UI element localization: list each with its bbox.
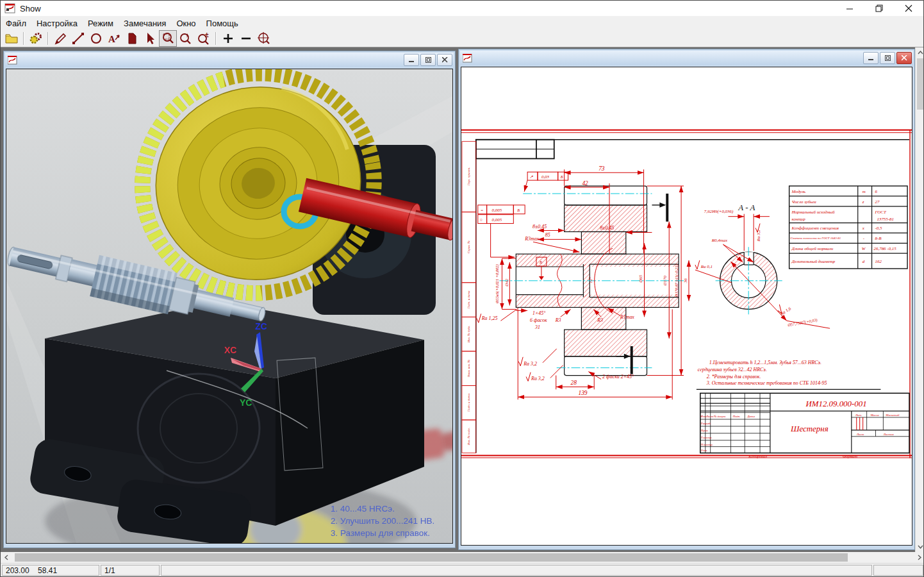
dim-r3b: R3 (597, 317, 603, 323)
fcf-circ-symbol: ○ (480, 217, 483, 222)
dim-ch1: 1×45° (532, 310, 546, 316)
datum-b-label: Б (539, 260, 542, 265)
status-coordinates: 203.00 58.41 (2, 565, 99, 576)
tb-row-utv: Утв. (701, 449, 707, 452)
svg-text:A: A (108, 34, 115, 44)
tb-col-data: Дата (747, 415, 755, 418)
tb-sheet: Лист (856, 433, 864, 436)
vertical-scroll-thumb[interactable] (917, 58, 924, 110)
dim-ch1b: 6 фасок (530, 317, 547, 323)
child-close-button[interactable] (896, 52, 912, 64)
menu-window[interactable]: Окно (171, 17, 201, 29)
section-title: A - A (738, 203, 755, 212)
x-axis-label: XC (224, 345, 236, 355)
child-minimize-button[interactable] (404, 54, 419, 66)
tb-row-nkontr: Н.контр. (700, 443, 713, 446)
param-row7-val: 162 (875, 259, 882, 264)
child-restore-button[interactable] (420, 54, 436, 66)
zoom-out-button[interactable] (237, 30, 255, 47)
margin-label-4: Инв. № дубл. (467, 326, 470, 344)
margin-label-6: Подп. и дата (467, 394, 470, 413)
zoom-scale-button[interactable]: ± (195, 30, 213, 47)
3d-view-title-bar[interactable] (5, 53, 454, 67)
zoom-window-button[interactable] (159, 30, 177, 47)
dim-31: 31 (534, 324, 540, 330)
text-note-button[interactable]: A (105, 30, 123, 47)
dim-keyway: 7,92H9(+0,036) (704, 209, 734, 214)
param-row3-name-l2: контур (792, 217, 806, 222)
3d-viewport[interactable]: ZC XC YC 1. 40...45 HRCэ. 2. Улучшить 20… (6, 69, 453, 544)
fcf-runout-symbol: ↗ (529, 174, 533, 180)
restore-button[interactable] (864, 1, 894, 16)
line-button[interactable] (69, 30, 87, 47)
dim-42: 42 (582, 180, 588, 187)
tb-col-list: Лист (705, 415, 714, 418)
note-1: 1. 40...45 HRCэ. (331, 504, 395, 514)
drawing-title-bar[interactable] (460, 51, 913, 65)
zoom-dynamic-button[interactable] (177, 30, 195, 47)
dim-d170-87: Ø170,87 h11(-0,25) (674, 264, 679, 297)
open-folder-button[interactable] (3, 30, 21, 47)
page-button[interactable] (123, 30, 141, 47)
scroll-left-arrow[interactable] (1, 552, 12, 563)
3d-scene: ZC XC YC 1. 40...45 HRCэ. 2. Улучшить 20… (6, 69, 453, 544)
tech-note-2: сердцевина зубьев 32...42 HRCэ. (698, 367, 767, 372)
vertical-scrollbar[interactable] (915, 47, 924, 552)
menu-file[interactable]: Файл (1, 17, 31, 29)
param-row4-val: -0,5 (875, 226, 883, 231)
3d-view-window: ZC XC YC 1. 40...45 HRCэ. 2. Улучшить 20… (3, 51, 456, 548)
child-restore-button[interactable] (880, 52, 895, 64)
dim-d42v: Ø42 (504, 278, 509, 287)
scroll-down-arrow[interactable] (916, 542, 924, 552)
child-close-button[interactable] (437, 54, 452, 66)
param-row2-val: 27 (875, 199, 880, 205)
param-row3-val-l1: ГОСТ (875, 210, 887, 215)
tech-note-1: 1.Цементировать h 1,2...1,5мм. Зубья 57.… (709, 360, 821, 365)
settings-gears-button[interactable] (27, 30, 45, 47)
drawing-viewport[interactable]: Перв. примен. Справ. № Подп. и дата Инв.… (461, 67, 912, 546)
horizontal-scroll-thumb[interactable] (15, 553, 848, 562)
menu-settings[interactable]: Настройка (31, 17, 83, 29)
horizontal-scrollbar[interactable] (1, 552, 924, 563)
menu-remarks[interactable]: Замечания (119, 17, 171, 29)
zoom-in-button[interactable] (219, 30, 237, 47)
dim-139: 139 (578, 390, 587, 396)
app-icon (4, 3, 16, 13)
fcf-runout-value: 0,03 (541, 174, 550, 180)
param-row1-name: Модуль (791, 189, 806, 194)
tech-note-4: 3. Остальные технические требования по С… (706, 380, 827, 386)
tb-format: Формат (843, 454, 858, 458)
note-3: 3. Размеры для справок. (331, 528, 430, 538)
param-row1-val: 6 (875, 189, 878, 194)
param-row5-name: Степень точности по ГОСТ 1643-81 (791, 237, 841, 240)
tb-row-razrab: Разраб. (700, 422, 711, 425)
close-button[interactable] (894, 1, 923, 16)
param-row3-name-l1: Нормальный исходный (791, 210, 835, 215)
note-2: 2. Улучшить 200...241 НВ. (331, 516, 434, 526)
scroll-up-arrow[interactable] (916, 47, 924, 58)
select-cursor-button[interactable] (141, 30, 159, 47)
zoom-extents-button[interactable] (255, 30, 273, 47)
margin-label-2: Справ. № (467, 240, 470, 253)
menu-mode[interactable]: Режим (83, 17, 119, 29)
dim-28: 28 (571, 380, 577, 386)
tb-sheets: Листов (882, 433, 894, 436)
param-row2-sym: z (862, 199, 864, 205)
status-bar: 203.00 58.41 1/1 (1, 563, 924, 577)
minimize-button[interactable] (835, 1, 864, 16)
dim-8b: 8±0,45 (600, 226, 614, 231)
menu-bar: Файл Настройка Режим Замечания Окно Помо… (1, 16, 923, 30)
scroll-right-arrow[interactable] (914, 552, 924, 563)
margin-label-3: Подп. и дата (467, 290, 470, 310)
title-bar: Show (1, 1, 923, 16)
tb-scale: Масштаб (885, 414, 900, 417)
tb-col-podp: Подп. (732, 415, 740, 418)
dim-ch2: 2 фаски 2×45° (602, 374, 634, 380)
tb-copied: Копировал (748, 454, 767, 458)
menu-help[interactable]: Помощь (201, 17, 243, 29)
fcf-par-symbol: = (481, 208, 484, 213)
circle-button[interactable] (87, 30, 105, 47)
pencil-button[interactable] (51, 30, 69, 47)
margin-label-5: Взам. инв. № (467, 360, 470, 378)
child-minimize-button[interactable] (863, 52, 879, 64)
